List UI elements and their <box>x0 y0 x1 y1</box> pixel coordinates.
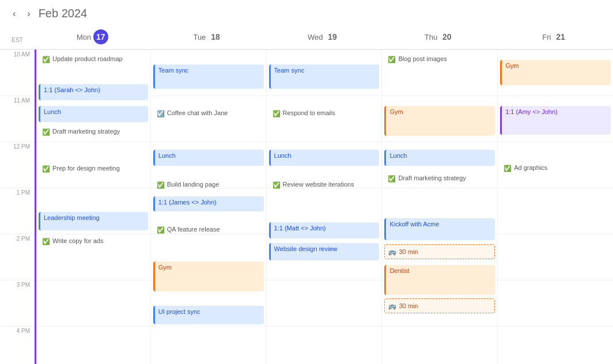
header-title: Feb 2024 <box>39 7 88 20</box>
event-fri-1on1-amy[interactable]: 1:1 (Amy <> John) <box>500 106 611 135</box>
check-icon: ✅ <box>388 175 396 183</box>
day-headers-row: EST Mon 17 Tue 18 Wed 19 Thu 20 Fri 21 <box>0 25 613 50</box>
event-wed-website-design[interactable]: Website design review <box>269 243 380 260</box>
event-tue-team-sync[interactable]: Team sync <box>153 65 264 89</box>
day-label-thu: Thu <box>425 33 440 41</box>
header-month: Feb <box>39 7 58 20</box>
day-num-tue: 18 <box>208 29 223 44</box>
day-col-thu: ✅ Blog post images Gym Lunch ✅ Draft mar… <box>381 50 497 364</box>
check-icon: ✅ <box>42 165 50 173</box>
time-4pm: 4 PM <box>0 326 35 364</box>
event-wed-respond-emails[interactable]: ✅ Respond to emails <box>269 107 380 122</box>
day-label-wed: Wed <box>308 33 325 41</box>
time-1pm: 1 PM <box>0 188 35 234</box>
event-tue-build-landing[interactable]: ✅ Build landing page <box>153 179 264 194</box>
time-11am: 11 AM <box>0 96 35 142</box>
check-icon: ✅ <box>42 128 50 136</box>
event-tue-gym[interactable]: Gym <box>153 261 264 291</box>
day-num-mon: 17 <box>93 29 108 44</box>
event-tue-coffee-chat[interactable]: ☑️ Coffee chat with Jane <box>153 107 264 122</box>
event-wed-team-sync[interactable]: Team sync <box>269 65 380 89</box>
event-mon-write-copy[interactable]: ✅ Write copy for ads <box>39 235 148 267</box>
next-button[interactable]: › <box>24 7 33 20</box>
event-tue-lunch[interactable]: Lunch <box>153 150 264 166</box>
event-wed-review-website[interactable]: ✅ Review website iterations <box>269 179 380 206</box>
check-icon: ✅ <box>388 56 396 63</box>
event-thu-draft-marketing[interactable]: ✅ Draft marketing strategy <box>384 172 495 187</box>
time-10am: 10 AM <box>0 50 35 96</box>
event-thu-30min-2[interactable]: 🚌 30 min <box>384 298 495 313</box>
day-col-fri: Gym 1:1 (Amy <> John) ✅ Ad graphics <box>497 50 613 364</box>
check-icon: ✅ <box>157 181 165 189</box>
day-header-thu: Thu 20 <box>381 25 497 49</box>
day-label-fri: Fri <box>542 33 553 41</box>
time-3pm: 3 PM <box>0 280 35 326</box>
day-num-thu: 20 <box>440 29 455 44</box>
event-mon-leadership[interactable]: Leadership meeting <box>39 212 148 230</box>
event-tue-1on1-james[interactable]: 1:1 (James <> John) <box>153 196 264 211</box>
calendar-grid: EST Mon 17 Tue 18 Wed 19 Thu 20 Fri 21 <box>0 25 613 364</box>
check-icon: ✅ <box>273 110 281 117</box>
timezone-label: EST <box>0 25 35 49</box>
event-fri-gym[interactable]: Gym <box>500 60 611 85</box>
day-label-tue: Tue <box>193 33 208 41</box>
event-mon-update-roadmap[interactable]: ✅ Update product roadmap <box>39 53 148 68</box>
prev-button[interactable]: ‹ <box>9 7 19 20</box>
event-mon-lunch[interactable]: Lunch <box>39 106 148 122</box>
event-mon-1on1-sarah[interactable]: 1:1 (Sarah <> John) <box>39 84 148 100</box>
day-num-fri: 21 <box>553 29 568 44</box>
calendar-header: ‹ › Feb 2024 <box>0 0 613 25</box>
day-header-tue: Tue 18 <box>150 25 266 49</box>
check-icon: ✅ <box>273 181 281 189</box>
event-thu-blog-images[interactable]: ✅ Blog post images <box>384 53 495 68</box>
day-num-wed: 19 <box>325 29 340 44</box>
event-wed-lunch[interactable]: Lunch <box>269 150 380 166</box>
event-tue-qa-feature[interactable]: ✅ QA feature release <box>153 223 264 238</box>
event-thu-lunch[interactable]: Lunch <box>384 150 495 166</box>
time-12pm: 12 PM <box>0 142 35 188</box>
check-icon: ✅ <box>504 165 512 172</box>
check-icon: ✅ <box>42 238 50 245</box>
scroll-area[interactable]: 10 AM 11 AM 12 PM 1 PM 2 PM 3 PM 4 PM <box>0 50 613 364</box>
day-col-mon: ✅ Update product roadmap 1:1 (Sarah <> J… <box>35 50 150 364</box>
calendar-wrapper: ‹ › Feb 2024 EST Mon 17 Tue 18 Wed 19 Th… <box>0 0 613 364</box>
time-2pm: 2 PM <box>0 234 35 280</box>
event-wed-1on1-matt[interactable]: 1:1 (Matt <> John) <box>269 222 380 238</box>
day-col-tue: Team sync ☑️ Coffee chat with Jane Lunch… <box>150 50 266 364</box>
day-header-fri: Fri 21 <box>497 25 613 49</box>
event-tue-ui-sync[interactable]: UI project sync <box>153 306 264 324</box>
check-icon: ✅ <box>157 226 165 234</box>
event-mon-prep-design[interactable]: ✅ Prep for design meeting <box>39 162 148 177</box>
day-col-wed: Team sync ✅ Respond to emails Lunch ✅ Re… <box>266 50 382 364</box>
day-header-wed: Wed 19 <box>266 25 382 49</box>
event-thu-dentist[interactable]: Dentist <box>384 265 495 295</box>
check-icon: ✅ <box>42 56 50 63</box>
event-thu-30min-1[interactable]: 🚌 30 min <box>384 244 495 259</box>
event-thu-gym[interactable]: Gym <box>384 106 495 136</box>
day-label-mon: Mon <box>77 33 93 41</box>
time-labels-col: 10 AM 11 AM 12 PM 1 PM 2 PM 3 PM 4 PM <box>0 50 35 364</box>
check-icon: ☑️ <box>157 110 165 117</box>
header-year: 2024 <box>62 7 88 20</box>
event-mon-draft-marketing[interactable]: ✅ Draft marketing strategy <box>39 126 148 141</box>
day-header-mon: Mon 17 <box>35 25 150 49</box>
event-fri-ad-graphics[interactable]: ✅ Ad graphics <box>500 162 611 194</box>
event-thu-kickoff-acme[interactable]: Kickoff with Acme <box>384 218 495 240</box>
